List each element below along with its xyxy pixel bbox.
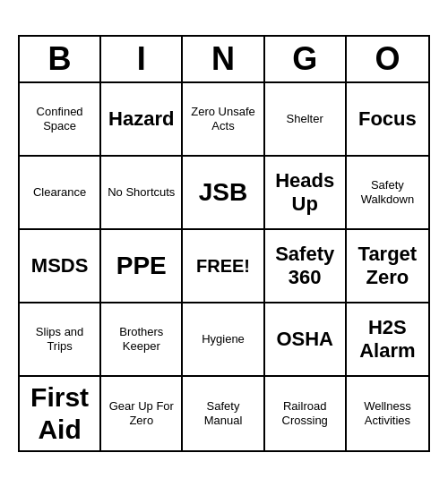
bingo-header: BINGO xyxy=(20,37,428,83)
bingo-grid: Confined SpaceHazardZero Unsafe ActsShel… xyxy=(20,83,428,450)
bingo-cell-20: First Aid xyxy=(20,377,101,450)
bingo-cell-16: Brothers Keeper xyxy=(101,303,183,377)
bingo-cell-4: Focus xyxy=(347,83,428,157)
bingo-cell-23: Railroad Crossing xyxy=(265,377,347,450)
bingo-card: BINGO Confined SpaceHazardZero Unsafe Ac… xyxy=(18,35,430,452)
bingo-cell-13: Safety 360 xyxy=(265,230,347,303)
bingo-cell-11: PPE xyxy=(101,230,183,303)
header-letter-g: G xyxy=(265,37,347,81)
bingo-cell-2: Zero Unsafe Acts xyxy=(183,83,264,157)
bingo-cell-10: MSDS xyxy=(20,230,101,303)
bingo-cell-5: Clearance xyxy=(20,157,101,230)
bingo-cell-14: Target Zero xyxy=(347,230,428,303)
bingo-cell-1: Hazard xyxy=(101,83,183,157)
bingo-cell-21: Gear Up For Zero xyxy=(101,377,183,450)
bingo-cell-6: No Shortcuts xyxy=(101,157,183,230)
bingo-cell-8: Heads Up xyxy=(265,157,347,230)
bingo-cell-15: Slips and Trips xyxy=(20,303,101,377)
bingo-cell-17: Hygiene xyxy=(183,303,264,377)
bingo-cell-9: Safety Walkdown xyxy=(347,157,428,230)
bingo-cell-18: OSHA xyxy=(265,303,347,377)
header-letter-n: N xyxy=(183,37,264,81)
bingo-cell-22: Safety Manual xyxy=(183,377,264,450)
bingo-cell-7: JSB xyxy=(183,157,264,230)
header-letter-b: B xyxy=(20,37,101,81)
header-letter-i: I xyxy=(101,37,183,81)
bingo-cell-19: H2S Alarm xyxy=(347,303,428,377)
bingo-cell-0: Confined Space xyxy=(20,83,101,157)
bingo-cell-3: Shelter xyxy=(265,83,347,157)
bingo-cell-12: FREE! xyxy=(183,230,264,303)
bingo-cell-24: Wellness Activities xyxy=(347,377,428,450)
header-letter-o: O xyxy=(347,37,428,81)
